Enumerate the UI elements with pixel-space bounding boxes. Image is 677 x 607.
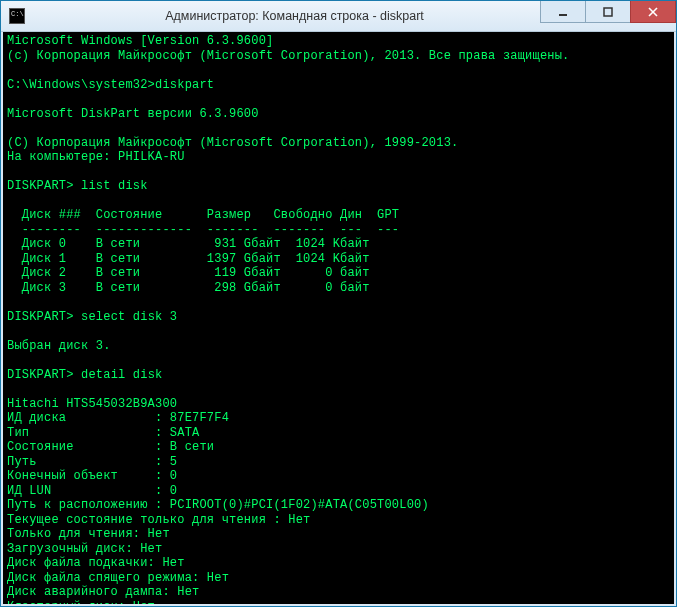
close-icon [648, 7, 658, 17]
table-row: Диск 2 В сети 119 Gбайт 0 байт [7, 266, 370, 280]
line: На компьютере: PHILKA-RU [7, 150, 185, 164]
svg-rect-1 [604, 8, 612, 16]
prompt: DISKPART> [7, 179, 74, 193]
line: Hitachi HTS545032B9A300 [7, 397, 177, 411]
line: Только для чтения: Нет [7, 527, 170, 541]
cmd: detail disk [81, 368, 162, 382]
line: ИД LUN : 0 [7, 484, 177, 498]
line: Диск аварийного дампа: Нет [7, 585, 199, 599]
line: Диск файла подкачки: Нет [7, 556, 185, 570]
line: Диск файла спящего режима: Нет [7, 571, 229, 585]
table-divider: -------- ------------- ------- ------- -… [7, 223, 399, 237]
window-frame: Администратор: Командная строка - diskpa… [0, 0, 677, 607]
close-button[interactable] [630, 1, 676, 23]
line: ИД диска : 87E7F7F4 [7, 411, 229, 425]
line: Microsoft DiskPart версии 6.3.9600 [7, 107, 259, 121]
line: Путь : 5 [7, 455, 177, 469]
table-header: Диск ### Состояние Размер Свободно Дин G… [7, 208, 399, 222]
titlebar[interactable]: Администратор: Командная строка - diskpa… [1, 1, 676, 32]
window-controls [541, 1, 676, 23]
line: (C) Корпорация Майкрософт (Microsoft Cor… [7, 136, 458, 150]
svg-rect-0 [559, 14, 567, 16]
table-row: Диск 0 В сети 931 Gбайт 1024 Kбайт [7, 237, 370, 251]
terminal-output: Microsoft Windows [Version 6.3.9600] (c)… [3, 32, 674, 606]
line: Путь к расположению : PCIROOT(0)#PCI(1F0… [7, 498, 429, 512]
table-row: Диск 1 В сети 1397 Gбайт 1024 Kбайт [7, 252, 370, 266]
maximize-icon [603, 7, 613, 17]
cmd: list disk [81, 179, 148, 193]
line: C:\Windows\system32>diskpart [7, 78, 214, 92]
line: Тип : SATA [7, 426, 199, 440]
cmd-icon [9, 8, 25, 24]
maximize-button[interactable] [585, 1, 631, 23]
line: Выбран диск 3. [7, 339, 111, 353]
line: Состояние : В сети [7, 440, 214, 454]
terminal-area[interactable]: Microsoft Windows [Version 6.3.9600] (c)… [1, 32, 676, 606]
line: Конечный объект : 0 [7, 469, 177, 483]
line: (c) Корпорация Майкрософт (Microsoft Cor… [7, 49, 570, 63]
line: Загрузочный диск: Нет [7, 542, 162, 556]
table-row: Диск 3 В сети 298 Gбайт 0 байт [7, 281, 370, 295]
minimize-icon [558, 7, 568, 17]
prompt: DISKPART> [7, 310, 74, 324]
prompt: DISKPART> [7, 368, 74, 382]
line: Кластерный диск: Нет [7, 600, 155, 607]
cmd: select disk 3 [81, 310, 177, 324]
line: Текущее состояние только для чтения : Не… [7, 513, 310, 527]
minimize-button[interactable] [540, 1, 586, 23]
line: Microsoft Windows [Version 6.3.9600] [7, 34, 273, 48]
